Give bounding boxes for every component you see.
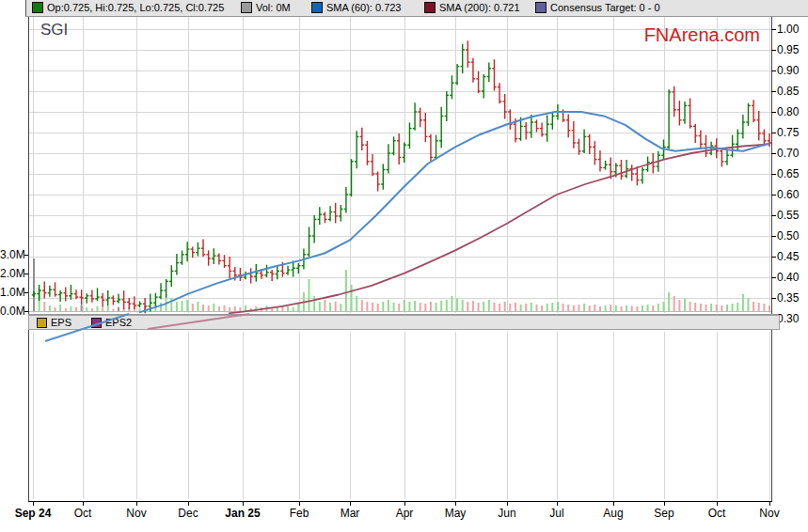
month-axis-label: Sep 24	[15, 507, 52, 520]
legend-item-consensus: Consensus Target: 0 - 0	[535, 2, 660, 13]
legend-item-eps: EPS	[37, 317, 71, 328]
month-axis-label: Oct	[708, 507, 726, 520]
ohlc-swatch-icon	[32, 2, 43, 13]
ticker-symbol: SGI	[40, 21, 68, 39]
month-axis-label: Dec	[178, 507, 198, 520]
price-axis-label: 1.00	[777, 23, 799, 36]
brand-logo: FNArena.com	[644, 24, 760, 46]
ohlc-legend-bar: Op:0.725, Hi:0.725, Lo:0.725, Cl:0.725 V…	[25, 0, 808, 17]
price-axis-label: 0.80	[777, 105, 799, 118]
price-axis-label: 0.65	[777, 167, 799, 180]
price-axis-label: 0.90	[777, 64, 799, 77]
month-axis-label: Mar	[341, 507, 360, 520]
price-axis-label: 0.35	[777, 291, 799, 305]
month-axis-label: Nov	[759, 507, 779, 520]
eps2-swatch-icon	[91, 318, 102, 328]
stock-chart-window: Op:0.725, Hi:0.725, Lo:0.725, Cl:0.725 V…	[0, 0, 808, 532]
price-axis-label: 0.60	[777, 188, 799, 201]
month-axis-label: Oct	[74, 507, 92, 520]
price-axis-label: 0.45	[777, 250, 799, 263]
gridlines	[28, 17, 771, 499]
month-axis-label: Jun	[498, 507, 515, 520]
price-chart-canvas	[0, 0, 808, 532]
price-axis-label: 0.40	[777, 271, 799, 284]
legend-item-label: Vol: 0M	[256, 2, 291, 13]
volume-swatch-icon	[241, 2, 252, 13]
volume-axis-label: 3.0M	[0, 248, 24, 261]
month-axis-label: Aug	[603, 507, 623, 520]
eps-legend-bar: EPS EPS2	[28, 315, 780, 330]
legend-item-label: SMA (200): 0.721	[439, 2, 520, 13]
price-axis-label: 0.75	[777, 126, 799, 139]
price-axis-label: 0.55	[777, 209, 799, 222]
month-axis-label: Apr	[396, 507, 414, 520]
legend-item-label: EPS	[51, 317, 71, 328]
month-axis-label: Jan 25	[225, 507, 260, 520]
volume-axis-label: 0.0M	[0, 305, 24, 318]
month-axis-label: Nov	[126, 507, 146, 520]
legend-item-eps2: EPS2	[91, 317, 132, 328]
price-axis-label: 0.30	[777, 312, 799, 325]
price-axis-label: 0.70	[777, 147, 799, 160]
month-axis-label: May	[445, 507, 467, 520]
legend-item-label: Consensus Target: 0 - 0	[550, 2, 660, 13]
legend-item-volume: Vol: 0M	[241, 2, 291, 13]
price-axis-label: 0.95	[777, 43, 799, 56]
candlesticks	[32, 40, 771, 313]
price-axis-label: 0.50	[777, 229, 799, 243]
month-axis-label: Sep	[654, 507, 673, 520]
volume-axis-label: 2.0M	[0, 267, 24, 280]
volume-axis-label: 1.0M	[0, 286, 24, 299]
sma60-swatch-icon	[311, 2, 323, 13]
legend-item-sma200: SMA (200): 0.721	[424, 2, 520, 13]
sma200-swatch-icon	[424, 2, 436, 13]
eps-swatch-icon	[37, 318, 47, 328]
legend-item-ohlc: Op:0.725, Hi:0.725, Lo:0.725, Cl:0.725	[32, 2, 224, 13]
sma60-line	[139, 112, 769, 312]
legend-item-sma60: SMA (60): 0.723	[311, 2, 402, 13]
consensus-swatch-icon	[535, 2, 547, 13]
axes	[24, 16, 780, 506]
legend-item-label: EPS2	[105, 317, 132, 328]
month-axis-label: Feb	[290, 507, 309, 520]
price-axis-label: 0.85	[777, 85, 799, 98]
legend-item-label: Op:0.725, Hi:0.725, Lo:0.725, Cl:0.725	[47, 2, 224, 13]
legend-item-label: SMA (60): 0.723	[326, 2, 402, 13]
month-axis-label: Jul	[549, 507, 563, 520]
